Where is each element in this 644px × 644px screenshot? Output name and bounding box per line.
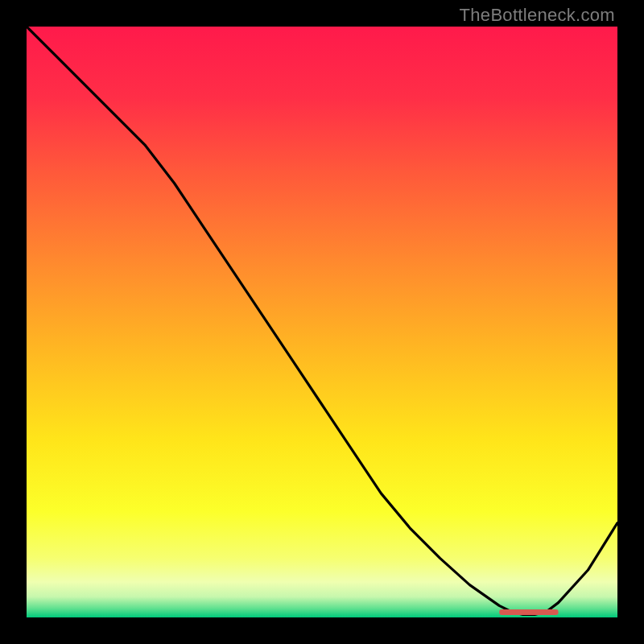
watermark-text: TheBottleneck.com bbox=[460, 5, 615, 26]
bottleneck-curve-chart bbox=[27, 27, 617, 617]
optimal-range-marker bbox=[499, 609, 558, 615]
chart-area bbox=[27, 27, 617, 617]
